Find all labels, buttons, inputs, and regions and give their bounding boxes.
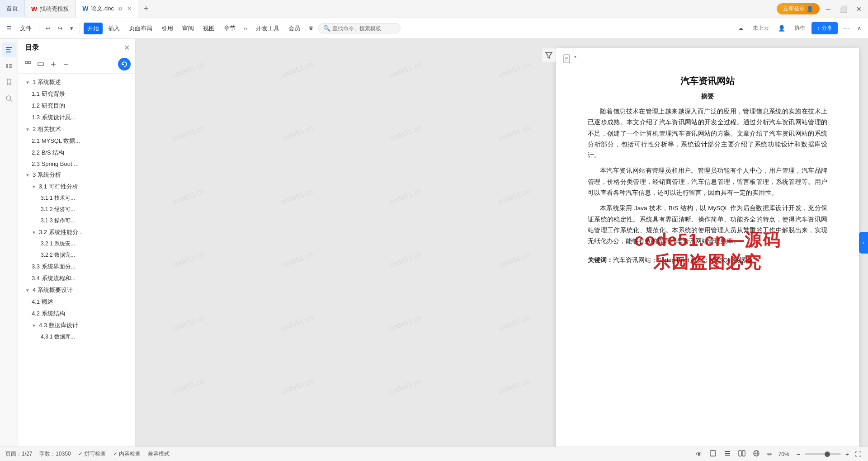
toc-item-4.2[interactable]: 4.2 系统结构 — [18, 308, 135, 320]
tab-home[interactable]: 首页 — [0, 0, 25, 18]
restore-button[interactable]: ⬜ — [837, 5, 850, 13]
tab-doc-restore[interactable]: ⧉ — [118, 5, 123, 12]
nav-sidebar-button[interactable] — [2, 59, 16, 73]
toolbar-start[interactable]: 开始 — [84, 23, 103, 34]
toc-item-3.1[interactable]: ▼3.1 可行性分析 — [18, 181, 135, 193]
toc-remove-button[interactable] — [61, 59, 71, 70]
toc-item-label: 3.3 系统界面分... — [32, 263, 76, 271]
toc-item-1[interactable]: ▼1 系统概述 — [18, 76, 135, 88]
toc-item-2.2[interactable]: 2.2 B/S 结构 — [18, 147, 135, 159]
toc-sidebar-button[interactable] — [2, 42, 16, 57]
toc-item-2[interactable]: ▼2 相关技术 — [18, 123, 135, 135]
toc-refresh-button[interactable] — [118, 58, 131, 71]
status-page-view-icon[interactable] — [708, 450, 718, 458]
toc-item-label: 1.2 研究目的 — [32, 102, 65, 110]
toolbar-collapse-icon[interactable]: ∧ — [854, 23, 864, 33]
page-info: 页面：1/27 — [5, 450, 32, 458]
word-count: 字数：10350 — [39, 450, 71, 458]
doc-area[interactable]: code51.cn code51.cn code51.cn code51.cn … — [136, 39, 868, 447]
status-globe-icon[interactable] — [751, 450, 761, 458]
toc-item-3.1.1[interactable]: 3.1.1 技术可... — [18, 193, 135, 204]
status-split-icon[interactable] — [737, 450, 747, 458]
toolbar-members[interactable]: 会员 — [285, 23, 304, 34]
toc-item-3.2.2[interactable]: 3.2.2 数据完... — [18, 249, 135, 261]
toolbar: ☰ 文件 ↩ ↪ ▾ 开始 插入 页面布局 引用 审阅 视图 章节 ‹‹ 开发工… — [0, 18, 868, 39]
login-label: 立即登录 — [783, 5, 805, 13]
content-check-button[interactable]: ✓ 内容检查 — [113, 450, 141, 458]
add-tab-button[interactable]: + — [138, 4, 154, 14]
toc-item-3.3[interactable]: 3.3 系统界面分... — [18, 261, 135, 273]
toolbar-dev-tools[interactable]: 开发工具 — [252, 23, 283, 34]
toc-item-4.3.1[interactable]: 4.3.1 数据库... — [18, 331, 135, 343]
toc-arrow-icon: ▼ — [25, 288, 30, 293]
doc-page-icon-area[interactable]: ▾ — [562, 54, 576, 66]
toolbar-menu-icon[interactable]: ☰ — [4, 23, 14, 33]
tab-doc[interactable]: W 论文.doc ⧉ ✕ — [76, 0, 138, 18]
toolbar-view[interactable]: 视图 — [199, 23, 218, 34]
login-button[interactable]: 立即登录 👤 — [777, 3, 820, 14]
toolbar-more-icon[interactable]: ▾ — [67, 23, 76, 33]
zoom-out-button[interactable]: − — [797, 451, 800, 458]
toolbar-redo-icon[interactable]: ↪ — [55, 23, 66, 33]
toc-item-3.4[interactable]: 3.4 系统流程和... — [18, 273, 135, 284]
toc-panel: 目录 ✕ ▼1 系统概述1.1 研究背景1.2 研究目的1.3 系统设计思...… — [18, 39, 136, 447]
toolbar-page-layout[interactable]: 页面布局 — [125, 23, 156, 34]
toc-add-button[interactable] — [48, 59, 59, 70]
toc-item-2.1[interactable]: 2.1 MYSQL 数据... — [18, 135, 135, 147]
main-layout: 目录 ✕ ▼1 系统概述1.1 研究背景1.2 研究目的1.3 系统设计思...… — [0, 39, 868, 447]
toolbar-review[interactable]: 审阅 — [179, 23, 198, 34]
share-button[interactable]: ↑ 分享 — [811, 22, 838, 34]
toolbar-collab-icon[interactable]: 👤 — [775, 23, 788, 33]
search-box[interactable]: 🔍 — [318, 23, 401, 33]
toc-item-4[interactable]: ▼4 系统概要设计 — [18, 284, 135, 296]
spell-check-button[interactable]: ✓ 拼写检查 — [78, 450, 106, 458]
toc-item-3.2[interactable]: ▼3.2 系统性能分... — [18, 226, 135, 238]
svg-rect-20 — [725, 451, 730, 452]
toolbar-cloud-icon[interactable]: ☁ — [735, 23, 746, 33]
zoom-in-button[interactable]: + — [845, 451, 849, 458]
collab-button[interactable]: 协作 — [791, 23, 809, 34]
toc-expand-all-button[interactable] — [23, 59, 33, 70]
minimize-button[interactable]: ─ — [823, 5, 833, 13]
toolbar-chapter[interactable]: 章节 — [220, 23, 239, 34]
toolbar-members-icon[interactable]: ♛ — [306, 23, 316, 33]
search-sidebar-button[interactable] — [2, 91, 16, 106]
toc-item-1.2[interactable]: 1.2 研究目的 — [18, 100, 135, 112]
toolbar-expand-icon[interactable]: ‹‹ — [241, 23, 250, 33]
page-icon — [562, 54, 572, 64]
bookmark-sidebar-button[interactable] — [2, 75, 16, 89]
toc-arrow-icon: ▼ — [25, 173, 30, 178]
toc-item-4.3[interactable]: ▼4.3.数据库设计 — [18, 320, 135, 331]
zoom-slider[interactable] — [805, 453, 841, 455]
compat-mode: 兼容模式 — [148, 450, 170, 458]
toc-item-3.1.3[interactable]: 3.1.3 操作可... — [18, 215, 135, 226]
close-button[interactable]: ✕ — [854, 5, 864, 13]
right-expand-button[interactable]: › — [859, 232, 868, 254]
search-input[interactable] — [332, 25, 396, 32]
toolbar-undo-icon[interactable]: ↩ — [43, 23, 53, 33]
tab-doc-close[interactable]: ✕ — [127, 5, 132, 12]
toc-item-4.1[interactable]: 4.1 概述 — [18, 296, 135, 308]
toc-item-3.1.2[interactable]: 3.1.2 经济可... — [18, 204, 135, 215]
toc-item-3[interactable]: ▼3 系统分析 — [18, 169, 135, 181]
toolbar-right: ☁ 未上云 👤 协作 ↑ 分享 ⋯ ∧ — [735, 22, 864, 34]
toc-close-button[interactable]: ✕ — [124, 43, 130, 52]
document-abstract-title: 摘要 — [588, 93, 827, 101]
status-eye-icon[interactable]: 👁 — [694, 451, 703, 458]
toc-item-3.2.1[interactable]: 3.2.1 系统安... — [18, 238, 135, 249]
cloud-button[interactable]: 未上云 — [749, 23, 773, 34]
toc-item-1.1[interactable]: 1.1 研究背景 — [18, 88, 135, 100]
toc-collapse-all-button[interactable] — [35, 59, 46, 70]
toc-item-2.3[interactable]: 2.3 Spring Boot ... — [18, 159, 135, 169]
toolbar-file[interactable]: 文件 — [16, 23, 35, 34]
toc-item-1.3[interactable]: 1.3 系统设计思... — [18, 112, 135, 123]
toolbar-more-menu-icon[interactable]: ⋯ — [840, 23, 852, 33]
status-fullscreen-icon[interactable]: ⛶ — [854, 451, 863, 458]
status-pen-icon[interactable]: ✏ — [766, 451, 774, 458]
toolbar-references[interactable]: 引用 — [158, 23, 177, 34]
bookmark-icon — [5, 78, 13, 86]
doc-filter-button[interactable] — [542, 48, 556, 62]
toolbar-insert[interactable]: 插入 — [104, 23, 123, 34]
status-list-view-icon[interactable] — [722, 450, 732, 458]
tab-template[interactable]: W 找稿壳模板 — [25, 0, 76, 18]
